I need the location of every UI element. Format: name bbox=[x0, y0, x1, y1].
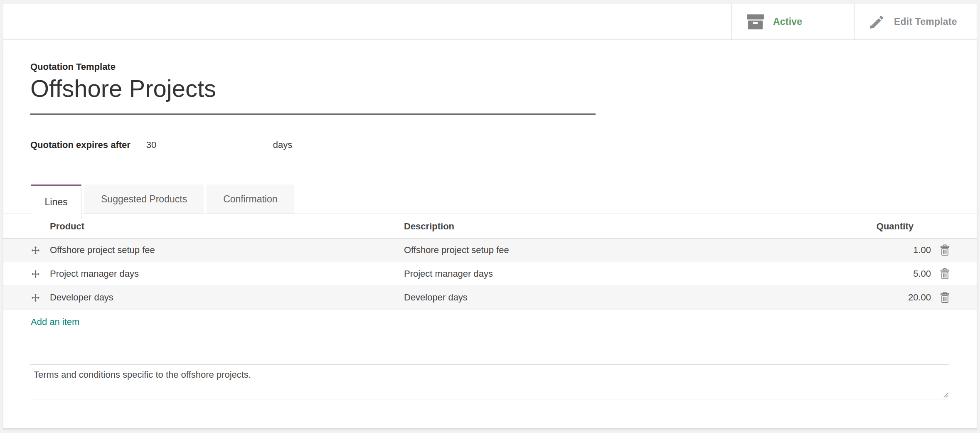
tab-confirmation[interactable]: Confirmation bbox=[207, 185, 294, 214]
quantity-cell[interactable]: 20.00 bbox=[851, 292, 931, 303]
tab-lines[interactable]: Lines bbox=[31, 185, 81, 219]
move-icon bbox=[31, 269, 40, 279]
active-button-label: Active bbox=[773, 16, 802, 27]
move-icon bbox=[31, 293, 40, 303]
delete-row-button[interactable] bbox=[931, 292, 977, 303]
quantity-cell[interactable]: 1.00 bbox=[851, 245, 931, 256]
move-icon bbox=[31, 246, 40, 255]
form-sheet: Quotation Template Offshore Projects Quo… bbox=[3, 40, 977, 428]
delete-row-button[interactable] bbox=[931, 244, 977, 256]
edit-template-button[interactable]: Edit Template bbox=[854, 4, 977, 39]
column-header-quantity: Quantity bbox=[851, 221, 931, 232]
expiry-days-input[interactable]: 30 bbox=[143, 139, 266, 154]
table-row[interactable]: Offshore project setup fee Offshore proj… bbox=[3, 239, 977, 262]
quotation-template-page: { "statusbar": { "buttons": [ { "label":… bbox=[0, 0, 980, 433]
column-header-description: Description bbox=[398, 221, 851, 232]
trash-icon bbox=[939, 268, 950, 280]
column-header-product: Product bbox=[47, 221, 398, 232]
trash-icon bbox=[939, 244, 950, 256]
add-item-row: Add an item bbox=[3, 310, 977, 334]
expiry-field-row: Quotation expires after 30 days bbox=[30, 139, 292, 154]
description-cell[interactable]: Project manager days bbox=[398, 268, 851, 279]
edit-template-button-label: Edit Template bbox=[894, 16, 957, 27]
product-cell[interactable]: Developer days bbox=[47, 292, 398, 303]
drag-handle[interactable] bbox=[3, 246, 47, 255]
template-name-value: Offshore Projects bbox=[30, 75, 216, 102]
drag-handle[interactable] bbox=[3, 269, 47, 279]
description-cell[interactable]: Developer days bbox=[398, 292, 851, 303]
resize-grip-icon[interactable] bbox=[942, 391, 949, 398]
notebook-tabs: Lines Suggested Products Confirmation bbox=[31, 185, 294, 219]
control-bar: Active Edit Template bbox=[3, 4, 977, 40]
add-an-item-link[interactable]: Add an item bbox=[31, 317, 79, 327]
active-toggle-button[interactable]: Active bbox=[731, 4, 854, 39]
expiry-label: Quotation expires after bbox=[30, 140, 131, 150]
expiry-unit-label: days bbox=[273, 140, 292, 150]
template-name-label: Quotation Template bbox=[30, 62, 116, 72]
table-row[interactable]: Project manager days Project manager day… bbox=[3, 262, 977, 286]
table-row[interactable]: Developer days Developer days 20.00 bbox=[3, 286, 977, 310]
lines-table: Product Description Quantity Offshore pr… bbox=[3, 215, 977, 310]
pencil-icon bbox=[869, 14, 885, 30]
drag-handle[interactable] bbox=[3, 293, 47, 303]
product-cell[interactable]: Offshore project setup fee bbox=[47, 245, 398, 256]
template-name-input[interactable]: Offshore Projects bbox=[30, 75, 596, 115]
tab-suggested-products[interactable]: Suggested Products bbox=[84, 185, 204, 214]
quantity-cell[interactable]: 5.00 bbox=[851, 268, 931, 279]
description-cell[interactable]: Offshore project setup fee bbox=[398, 245, 851, 256]
terms-text: Terms and conditions specific to the off… bbox=[34, 369, 251, 380]
delete-row-button[interactable] bbox=[931, 268, 977, 280]
trash-icon bbox=[939, 292, 950, 303]
product-cell[interactable]: Project manager days bbox=[47, 268, 398, 279]
archive-icon bbox=[746, 14, 764, 30]
terms-textarea[interactable]: Terms and conditions specific to the off… bbox=[30, 364, 949, 399]
